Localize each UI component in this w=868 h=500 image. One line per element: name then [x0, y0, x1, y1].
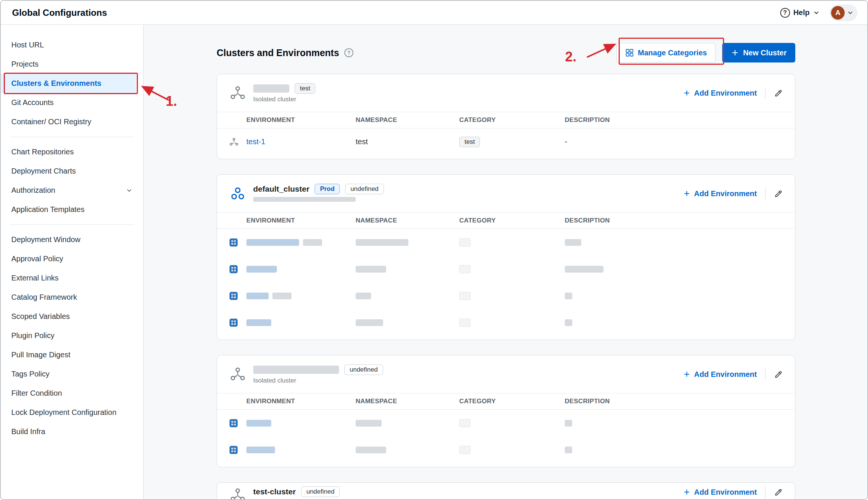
isolated-cluster-icon: [229, 84, 246, 102]
redacted-environment-link[interactable]: [246, 293, 269, 299]
empty-category: [459, 265, 471, 273]
sidebar-item-catalog-framework[interactable]: Catalog Framework: [1, 288, 143, 307]
edit-cluster-button[interactable]: [774, 88, 783, 98]
sidebar-item-host-url[interactable]: Host URL: [1, 35, 143, 55]
category-tag: test: [459, 137, 480, 147]
plus-icon: [683, 89, 691, 97]
sidebar-item-scoped-variables[interactable]: Scoped Variables: [1, 307, 143, 326]
environment-icon: [229, 265, 246, 274]
environment-row: [217, 282, 795, 309]
sidebar: Host URL Projects Clusters & Environment…: [1, 25, 144, 500]
app-window: Global Configurations ? Help A Host URL …: [0, 0, 868, 500]
user-menu[interactable]: A: [830, 5, 857, 21]
sidebar-item-pull-image-digest[interactable]: Pull Image Digest: [1, 345, 143, 364]
sidebar-item-approval-policy[interactable]: Approval Policy: [1, 249, 143, 268]
redacted-cluster-url: [253, 197, 356, 202]
sidebar-item-clusters-environments[interactable]: Clusters & Environments: [1, 74, 136, 93]
edit-cluster-button[interactable]: [774, 189, 783, 198]
cluster-card: default_cluster Prod undefined Add Envir…: [217, 174, 795, 340]
redacted-cluster-name: [253, 366, 339, 374]
environment-row: [217, 436, 795, 463]
chevron-down-icon: [813, 9, 820, 16]
redacted-environment-link[interactable]: [246, 319, 271, 326]
sidebar-item-git-accounts[interactable]: Git Accounts: [1, 93, 143, 112]
environment-icon: [229, 445, 246, 454]
section-title: Clusters and Environments: [217, 47, 339, 58]
environment-row: test-1 test test -: [217, 128, 795, 155]
empty-category: [459, 319, 471, 327]
sidebar-item-tags-policy[interactable]: Tags Policy: [1, 364, 143, 384]
redacted-environment-link[interactable]: [246, 266, 277, 273]
isolated-cluster-icon: [229, 366, 246, 383]
col-environment: ENVIRONMENT: [246, 116, 356, 124]
divider: [765, 188, 766, 199]
redacted-namespace: [356, 319, 383, 326]
sidebar-item-lock-deployment-configuration[interactable]: Lock Deployment Configuration: [1, 403, 143, 422]
sidebar-item-filter-condition[interactable]: Filter Condition: [1, 384, 143, 403]
help-icon: ?: [780, 8, 790, 18]
redacted-environment-link[interactable]: [246, 447, 275, 453]
redacted-namespace: [356, 447, 386, 453]
environment-icon: [229, 419, 246, 428]
redacted-environment-link[interactable]: [246, 420, 271, 427]
empty-category: [459, 238, 471, 247]
pencil-icon: [774, 189, 783, 198]
add-environment-button[interactable]: Add Environment: [683, 488, 757, 497]
redacted-description: [565, 239, 581, 246]
info-icon[interactable]: ?: [344, 48, 353, 57]
add-environment-button[interactable]: Add Environment: [683, 189, 757, 198]
environment-icon: [229, 238, 246, 247]
cluster-tag: undefined: [301, 486, 340, 497]
cluster-card: test-cluster undefined Add Environment: [217, 482, 795, 500]
redacted-cluster-name: [253, 84, 289, 93]
add-environment-button[interactable]: Add Environment: [683, 89, 757, 98]
cluster-name: default_cluster: [253, 184, 309, 194]
sidebar-item-chart-repositories[interactable]: Chart Repositories: [1, 142, 143, 162]
help-label: Help: [793, 8, 810, 17]
environment-link[interactable]: test-1: [246, 137, 265, 146]
pencil-icon: [774, 370, 783, 379]
sidebar-item-projects[interactable]: Projects: [1, 55, 143, 74]
cluster-tag: test: [295, 83, 315, 94]
grid-icon: [625, 48, 634, 57]
environment-icon: [229, 137, 246, 147]
manage-categories-button[interactable]: Manage Categories: [616, 43, 715, 62]
sidebar-item-deployment-window[interactable]: Deployment Window: [1, 230, 143, 249]
prod-tag: Prod: [315, 184, 340, 194]
cluster-tag: undefined: [345, 184, 384, 194]
namespace-cell: test: [356, 137, 459, 146]
redacted-namespace: [356, 239, 408, 246]
add-environment-button[interactable]: Add Environment: [683, 370, 757, 379]
empty-category: [459, 419, 471, 427]
sidebar-item-build-infra[interactable]: Build Infra: [1, 422, 143, 441]
cluster-card: test Isolated cluster Add Environment: [217, 74, 795, 159]
edit-cluster-button[interactable]: [774, 370, 783, 379]
plus-icon: [683, 190, 691, 197]
redacted-description: [565, 319, 572, 326]
redacted-environment-link[interactable]: [246, 239, 299, 246]
environment-row: [217, 410, 795, 436]
redacted-description: [565, 293, 572, 299]
help-menu[interactable]: ? Help: [780, 8, 820, 18]
divider: [765, 369, 766, 380]
sidebar-item-application-templates[interactable]: Application Templates: [1, 200, 143, 219]
page-title: Global Configurations: [12, 8, 107, 18]
cluster-name: test-cluster: [253, 487, 296, 496]
plus-icon: [683, 488, 691, 496]
sidebar-item-deployment-charts[interactable]: Deployment Charts: [1, 162, 143, 181]
environment-row: [217, 229, 795, 256]
redacted-description: [565, 420, 572, 427]
cluster-card: undefined Isolated cluster Add Environme…: [217, 355, 795, 467]
new-cluster-button[interactable]: New Cluster: [722, 43, 795, 62]
divider: [765, 486, 766, 498]
sidebar-item-external-links[interactable]: External Links: [1, 268, 143, 288]
edit-cluster-button[interactable]: [774, 488, 783, 497]
sidebar-item-plugin-policy[interactable]: Plugin Policy: [1, 326, 143, 345]
plus-icon: [683, 370, 691, 378]
table-header: ENVIRONMENT NAMESPACE CATEGORY DESCRIPTI…: [217, 393, 795, 410]
sidebar-item-authorization[interactable]: Authorization: [1, 181, 143, 200]
sidebar-item-container-oci-registry[interactable]: Container/ OCI Registry: [1, 112, 143, 131]
isolated-cluster-icon: [229, 486, 246, 500]
main-content: Clusters and Environments ? Manage Categ…: [144, 25, 867, 500]
redacted-namespace: [356, 293, 371, 299]
